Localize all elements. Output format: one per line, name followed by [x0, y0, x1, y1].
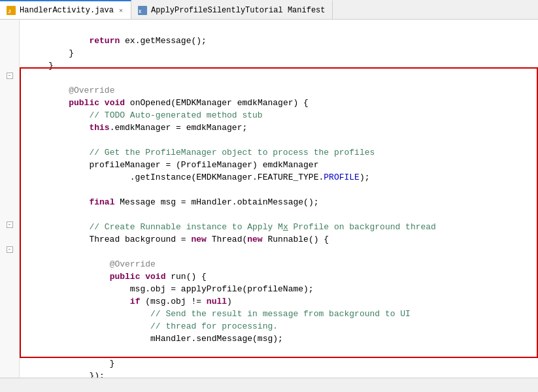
code-line-getinstance: .getInstance(EMDKManager.FEATURE_TYPE.PR…: [20, 171, 538, 184]
gutter-18: [0, 231, 19, 243]
gutter-8: [0, 106, 19, 119]
tab-handler-label: HandlerActivity.java: [20, 6, 114, 15]
code-line-if-msg: if (msg.obj != null): [20, 295, 538, 308]
code-line-get-profile-cm: // Get the ProfileManager object to proc…: [20, 146, 538, 159]
code-line-override-1: @Override: [20, 84, 538, 97]
code-line-close-run: }: [20, 357, 538, 370]
code-line-profile-assign: profileManager = (ProfileManager) emdkMa…: [20, 159, 538, 171]
code-line-3: }: [20, 59, 538, 72]
code-line-onopened: public void onOpened(EMDKManager emdkMan…: [20, 97, 538, 109]
gutter-3: [0, 44, 19, 57]
gutter-6: [0, 82, 19, 94]
code-line-thread: Thread background = new Thread(new Runna…: [20, 233, 538, 246]
code-line-run: public void run() {: [20, 270, 538, 283]
code-line-send-message: mHandler.sendMessage(msg);: [20, 333, 538, 345]
gutter-7: [0, 94, 19, 106]
gutter-14: [0, 181, 19, 193]
code-line-1: return ex.getMessage();: [20, 35, 538, 47]
status-bar: [0, 378, 538, 392]
code-gutter: - - -: [0, 20, 20, 378]
gutter-9: [0, 119, 19, 131]
code-line-blank-2: [20, 134, 538, 146]
svg-text:J: J: [8, 8, 11, 14]
gutter-20: [0, 255, 19, 268]
code-line-msg-obj: msg.obj = applyProfile(profileName);: [20, 283, 538, 295]
tab-handler-close[interactable]: ✕: [118, 6, 124, 15]
fold-opened-1[interactable]: -: [0, 69, 19, 82]
code-line-final-msg: final Message msg = mHandler.obtainMessa…: [20, 196, 538, 208]
gutter-11: [0, 144, 19, 156]
code-line-blank-6: [20, 345, 538, 357]
code-line-close-thread: });: [20, 370, 538, 378]
code-line-todo: // TODO Auto-generated method stub: [20, 109, 538, 122]
code-line-2: }: [20, 47, 538, 59]
editor-container: - - - retur: [0, 20, 538, 378]
code-line-runnable-cm: // Create Runnable instance to Apply Mx …: [20, 221, 538, 233]
gutter-12: [0, 156, 19, 169]
code-area[interactable]: return ex.getMessage(); } } @Override: [20, 20, 538, 378]
tab-apply[interactable]: X ApplyProfileSilentlyTutorial Manifest: [131, 0, 332, 19]
code-line-send-cm-1: // Send the result in message from backg…: [20, 308, 538, 320]
gutter-10: [0, 131, 19, 144]
code-line-blank-5: [20, 246, 538, 258]
tab-bar: J HandlerActivity.java ✕ X ApplyProfileS…: [0, 0, 538, 20]
tab-apply-label: ApplyProfileSilentlyTutorial Manifest: [151, 6, 325, 15]
code-line-blank-1: [20, 72, 538, 84]
code-line-override-2: @Override: [20, 258, 538, 270]
code-line-send-cm-2: // thread for processing.: [20, 320, 538, 333]
gutter-1: [0, 20, 19, 32]
gutter-4: [0, 57, 19, 69]
gutter-16: [0, 206, 19, 218]
gutter-13: [0, 169, 19, 181]
code-line-blank-4: [20, 208, 538, 221]
gutter-15: [0, 193, 19, 206]
line-blank-top: [20, 22, 538, 35]
gutter-2: [0, 32, 19, 44]
code-content: return ex.getMessage(); } } @Override: [20, 20, 538, 378]
code-line-blank-3: [20, 184, 538, 196]
java-file-icon: J: [7, 6, 16, 15]
code-line-emdk-assign: this.emdkManager = emdkManager;: [20, 122, 538, 134]
fold-opened-3[interactable]: -: [0, 243, 19, 255]
fold-opened-2[interactable]: -: [0, 218, 19, 231]
xml-file-icon: X: [138, 6, 147, 15]
tab-handler[interactable]: J HandlerActivity.java ✕: [0, 0, 131, 19]
